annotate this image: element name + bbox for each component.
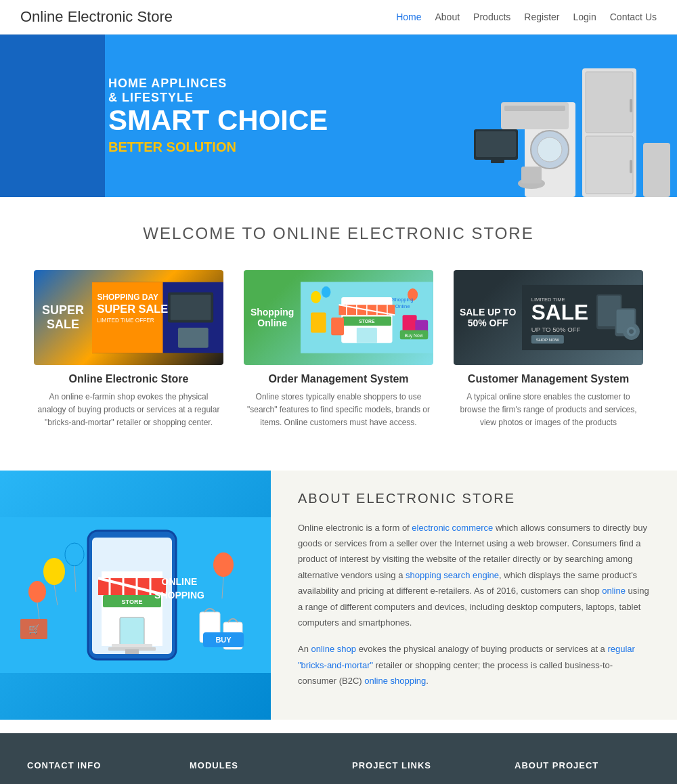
svg-rect-22 xyxy=(171,295,211,320)
card-title-1: Online Electronic Store xyxy=(34,373,223,385)
nav-register[interactable]: Register xyxy=(524,12,559,22)
svg-rect-2 xyxy=(586,136,633,194)
footer-contact-heading: CONTACT INFO xyxy=(27,760,162,770)
card-desc-2: Online stores typically enable shoppers … xyxy=(244,391,433,430)
card-image-1: SHOPPING DAY SUPER SALE LIMITED TIME OFF… xyxy=(34,270,223,365)
svg-text:STORE: STORE xyxy=(122,598,143,605)
svg-rect-37 xyxy=(331,318,344,335)
footer-project-links: PROJECT LINKS Home About Us Contact Logi… xyxy=(352,760,487,784)
module-item-1: Shopping Module xyxy=(190,781,325,784)
svg-text:LIMITED TIME OFFER: LIMITED TIME OFFER xyxy=(97,318,154,324)
svg-rect-3 xyxy=(630,99,632,112)
nav-about[interactable]: About xyxy=(435,12,460,22)
svg-text:BUY: BUY xyxy=(215,636,232,644)
hero-image xyxy=(372,35,677,197)
site-title: Online Electronic Store xyxy=(20,8,173,26)
card-2: STORE Shopping Online Buy Now Order Mana… xyxy=(244,270,433,430)
svg-rect-75 xyxy=(112,644,152,647)
svg-text:Online: Online xyxy=(395,303,410,309)
card-1: SHOPPING DAY SUPER SALE LIMITED TIME OFF… xyxy=(34,270,223,430)
site-footer: CONTACT INFO Address: No.XXXXXX street M… xyxy=(0,733,677,784)
footer-contact: CONTACT INFO Address: No.XXXXXX street M… xyxy=(27,760,162,784)
card-3: LIMITED TIME SALE UP TO 50% OFF SHOP NOW… xyxy=(454,270,643,430)
hero-tagline: BETTER SOLUTION xyxy=(108,139,372,155)
svg-text:Buy Now: Buy Now xyxy=(405,333,423,339)
svg-rect-77 xyxy=(125,649,139,654)
card-svg-2: STORE Shopping Online Buy Now xyxy=(301,270,433,365)
hero-main-text: SMART CHOICE xyxy=(108,105,372,136)
appliance-illustration xyxy=(406,35,677,197)
svg-text:🛒: 🛒 xyxy=(28,624,41,635)
svg-point-80 xyxy=(65,543,84,566)
svg-point-82 xyxy=(28,581,46,603)
footer-modules-heading: MODULES xyxy=(190,760,325,770)
svg-point-7 xyxy=(538,137,562,162)
nav-contact-us[interactable]: Contact Us xyxy=(610,12,657,22)
svg-rect-36 xyxy=(311,312,326,332)
footer-links-heading: PROJECT LINKS xyxy=(352,760,487,770)
svg-text:STORE: STORE xyxy=(359,319,376,324)
about-content: ABOUT ELECTRONIC STORE Online electronic… xyxy=(271,471,677,720)
svg-rect-1 xyxy=(586,72,633,133)
svg-text:SUPER SALE: SUPER SALE xyxy=(97,303,168,315)
card-image-3: LIMITED TIME SALE UP TO 50% OFF SHOP NOW xyxy=(454,270,643,365)
main-nav: Home About Products Register Login Conta… xyxy=(396,12,657,22)
svg-text:UP TO 50% OFF: UP TO 50% OFF xyxy=(531,326,581,333)
project-link-item-1: Home xyxy=(352,781,487,784)
svg-text:SHOP NOW: SHOP NOW xyxy=(536,337,559,342)
svg-rect-9 xyxy=(504,106,565,111)
hero-subtitle: HOME APPLINCES & LIFESTYLE xyxy=(108,77,372,105)
card-svg-1: SHOPPING DAY SUPER SALE LIMITED TIME OFF… xyxy=(92,270,223,365)
about-para-1: Online electronic is a form of electroni… xyxy=(298,520,650,631)
about-image: STORE 🛒 xyxy=(0,471,271,720)
footer-about-heading: ABOUT PROJECT xyxy=(515,760,650,770)
about-heading: ABOUT ELECTRONIC STORE xyxy=(298,491,650,506)
about-illustration: STORE 🛒 xyxy=(0,517,271,673)
footer-links-list: Home About Us Contact Login Email Us xyxy=(352,781,487,784)
svg-text:SALE: SALE xyxy=(531,300,588,324)
card-desc-3: A typical online store enables the custo… xyxy=(454,391,643,430)
card-title-2: Order Management System xyxy=(244,373,433,385)
svg-rect-33 xyxy=(357,328,377,343)
hero-text: HOME APPLINCES & LIFESTYLE SMART CHOICE … xyxy=(0,56,372,175)
card-desc-1: An online e-farmin shop evokes the physi… xyxy=(34,391,223,430)
about-link-2[interactable]: shopping search engine xyxy=(406,570,499,580)
site-header: Online Electronic Store Home About Produ… xyxy=(0,0,677,35)
footer-address-1: Address: No.XXXXXX street xyxy=(27,781,162,784)
welcome-section: WELCOME TO ONLINE ELECTRONIC STORE xyxy=(0,197,677,257)
card-svg-3: LIMITED TIME SALE UP TO 50% OFF SHOP NOW xyxy=(522,270,643,365)
about-link-1[interactable]: electronic commerce xyxy=(412,523,493,533)
svg-rect-23 xyxy=(178,328,209,348)
svg-point-41 xyxy=(322,286,331,298)
svg-point-84 xyxy=(213,552,234,577)
svg-text:Shopping: Shopping xyxy=(392,297,414,303)
about-link-3[interactable]: online xyxy=(602,586,626,596)
nav-products[interactable]: Products xyxy=(473,12,510,22)
title-text: Online Electronic Store xyxy=(20,8,173,25)
footer-modules: MODULES Shopping Module User Module Prod… xyxy=(190,760,325,784)
svg-rect-10 xyxy=(643,143,670,197)
nav-login[interactable]: Login xyxy=(573,12,596,22)
nav-home[interactable]: Home xyxy=(396,12,421,22)
svg-text:SHOPPING: SHOPPING xyxy=(154,590,204,601)
svg-rect-4 xyxy=(630,160,632,173)
footer-modules-list: Shopping Module User Module Product Modu… xyxy=(190,781,325,784)
footer-about-project: ABOUT PROJECT Online electronic shopping… xyxy=(515,760,650,784)
cards-section: SHOPPING DAY SUPER SALE LIMITED TIME OFF… xyxy=(0,257,677,457)
hero-banner: HOME APPLINCES & LIFESTYLE SMART CHOICE … xyxy=(0,35,677,197)
svg-point-78 xyxy=(43,558,65,585)
svg-rect-74 xyxy=(120,617,144,646)
about-link-6[interactable]: online shopping xyxy=(364,676,426,686)
card-title-3: Customer Management System xyxy=(454,373,643,385)
footer-about-text: Online electronic shopping is a form of … xyxy=(515,781,650,784)
svg-rect-14 xyxy=(476,131,516,157)
about-section: STORE 🛒 xyxy=(0,471,677,720)
svg-point-59 xyxy=(629,329,634,334)
svg-point-40 xyxy=(311,291,321,303)
svg-text:ONLINE: ONLINE xyxy=(162,576,198,587)
svg-rect-15 xyxy=(491,160,504,163)
about-link-4[interactable]: online shop xyxy=(311,644,357,654)
welcome-heading: WELCOME TO ONLINE ELECTRONIC STORE xyxy=(14,224,663,243)
svg-text:SHOPPING DAY: SHOPPING DAY xyxy=(97,292,158,302)
about-para-2: An online shop evokes the physical analo… xyxy=(298,641,650,689)
